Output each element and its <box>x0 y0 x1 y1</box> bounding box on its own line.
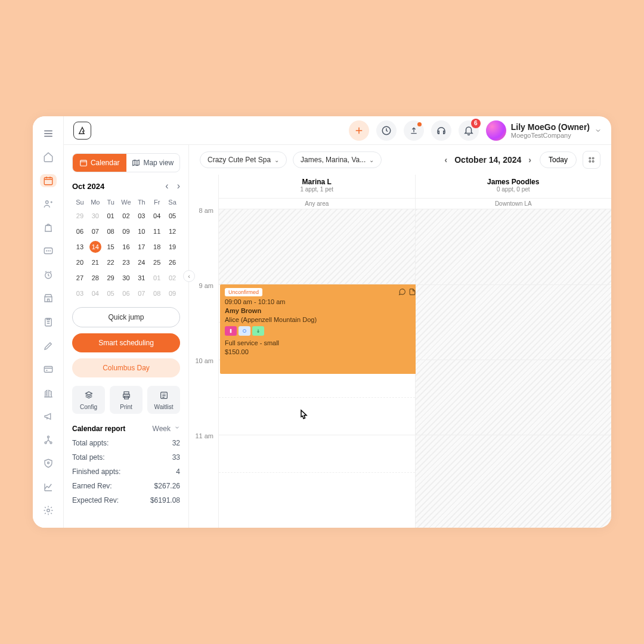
calendar-day[interactable]: 30 <box>88 208 103 224</box>
store-icon[interactable] <box>40 292 57 305</box>
calendar-day[interactable]: 05 <box>103 286 119 301</box>
calendar-day[interactable]: 31 <box>134 270 149 286</box>
calendar-day[interactable]: 19 <box>165 239 180 255</box>
holiday-label[interactable]: Columbus Day <box>72 358 180 377</box>
calendar-day[interactable]: 08 <box>103 224 119 239</box>
smart-scheduling-button[interactable]: Smart scheduling <box>72 333 180 352</box>
calendar-day[interactable]: 29 <box>103 270 119 286</box>
home-icon[interactable] <box>40 151 57 164</box>
date-prev[interactable]: ‹ <box>442 153 450 167</box>
waitlist-button[interactable]: Waitlist <box>147 386 180 414</box>
calendar-day[interactable]: 06 <box>72 224 88 239</box>
calendar-day[interactable]: 24 <box>134 255 149 270</box>
calendar-day[interactable]: 05 <box>165 208 180 224</box>
card-icon[interactable] <box>40 363 57 376</box>
logo[interactable] <box>73 122 91 140</box>
calendar-day[interactable]: 17 <box>134 239 149 255</box>
app-window: 6 Lily MoeGo (Owner) MoegoTestCompany Ca… <box>33 116 611 528</box>
calendar-day[interactable]: 27 <box>72 270 88 286</box>
calendar-day[interactable]: 07 <box>88 224 103 239</box>
svg-point-4 <box>48 251 48 252</box>
bell-icon[interactable]: 6 <box>459 120 479 141</box>
calendar-day[interactable]: 25 <box>149 255 165 270</box>
clock-icon[interactable] <box>40 268 57 281</box>
shield-icon[interactable] <box>40 457 57 470</box>
content-area: Calendar Map view Oct 2024 ‹ › SuMoTuW <box>64 145 611 528</box>
calendar-day[interactable]: 11 <box>149 224 165 239</box>
settings-icon[interactable] <box>583 151 600 169</box>
calendar-day[interactable]: 09 <box>165 286 180 301</box>
calendar-day[interactable]: 02 <box>165 270 180 286</box>
calendar-icon[interactable] <box>40 174 57 187</box>
calendar-day[interactable]: 22 <box>103 255 119 270</box>
staff-column-marina[interactable]: Marina L 1 appt, 1 pet Any area <box>219 175 416 528</box>
calendar-day[interactable]: 15 <box>103 239 119 255</box>
quick-jump-button[interactable]: Quick jump <box>72 307 180 327</box>
appointment-card[interactable]: Unconfirmed 09:00 am - 10:10 am Amy Brow… <box>220 284 420 374</box>
upload-icon[interactable] <box>404 120 424 141</box>
calendar-day[interactable]: 30 <box>119 270 134 286</box>
building-icon[interactable] <box>40 386 57 400</box>
filter-bar: Crazy Cute Pet Spa ⌄ James, Marina, Va..… <box>189 145 611 175</box>
calendar-day[interactable]: 09 <box>119 224 134 239</box>
report-title: Calendar report <box>72 425 125 433</box>
add-button[interactable] <box>349 120 369 141</box>
report-row: Finished appts:4 <box>72 467 180 476</box>
calendar-day[interactable]: 07 <box>134 286 149 301</box>
tab-map[interactable]: Map view <box>126 154 180 172</box>
calendar-day[interactable]: 23 <box>119 255 134 270</box>
calendar-day[interactable]: 29 <box>72 208 88 224</box>
clients-icon[interactable] <box>40 198 57 211</box>
headset-icon[interactable] <box>431 120 451 141</box>
calendar-day[interactable]: 21 <box>88 255 103 270</box>
svg-rect-8 <box>44 367 52 373</box>
tab-calendar[interactable]: Calendar <box>73 154 126 172</box>
calendar-day[interactable]: 02 <box>119 208 134 224</box>
svg-rect-24 <box>230 329 232 333</box>
calendar-day[interactable]: 28 <box>88 270 103 286</box>
svg-point-9 <box>47 436 49 438</box>
calendar-day[interactable]: 12 <box>165 224 180 239</box>
calendar-day[interactable]: 14 <box>88 239 103 255</box>
calendar-day[interactable]: 01 <box>149 270 165 286</box>
calendar-day[interactable]: 20 <box>72 255 88 270</box>
calendar-day[interactable]: 01 <box>103 208 119 224</box>
month-next[interactable]: › <box>177 181 180 191</box>
message-icon[interactable] <box>40 245 57 258</box>
megaphone-icon[interactable] <box>40 410 57 423</box>
staff-select[interactable]: James, Marina, Va... ⌄ <box>293 151 382 168</box>
pencil-icon[interactable] <box>40 339 57 352</box>
date-next[interactable]: › <box>526 153 534 167</box>
calendar-day[interactable]: 26 <box>165 255 180 270</box>
history-icon[interactable] <box>376 120 397 141</box>
calendar-day[interactable]: 10 <box>134 224 149 239</box>
report-period-select[interactable]: Week <box>153 425 180 433</box>
calendar-day[interactable]: 04 <box>88 286 103 301</box>
menu-icon[interactable] <box>40 127 57 140</box>
svg-point-22 <box>589 160 591 162</box>
today-button[interactable]: Today <box>540 151 577 168</box>
collapse-sidebar-button[interactable]: ‹ <box>183 270 195 282</box>
location-select[interactable]: Crazy Cute Pet Spa ⌄ <box>200 151 287 168</box>
gear-icon[interactable] <box>40 504 57 518</box>
calendar-day[interactable]: 06 <box>119 286 134 301</box>
svg-point-12 <box>47 462 49 464</box>
calendar-day[interactable]: 16 <box>119 239 134 255</box>
staff-column-james[interactable]: James Poodles 0 appt, 0 pet Downtown LA <box>416 175 612 528</box>
clipboard-icon[interactable] <box>40 315 57 329</box>
network-icon[interactable] <box>40 434 57 447</box>
calendar-day[interactable]: 13 <box>72 239 88 255</box>
month-prev[interactable]: ‹ <box>165 181 168 191</box>
calendar-day[interactable]: 08 <box>149 286 165 301</box>
calendar-day[interactable]: 03 <box>134 208 149 224</box>
bag-icon[interactable] <box>40 221 57 234</box>
calendar-day[interactable]: 03 <box>72 286 88 301</box>
user-menu[interactable]: Lily MoeGo (Owner) MoegoTestCompany <box>486 120 602 141</box>
config-button[interactable]: Config <box>72 386 105 414</box>
chart-icon[interactable] <box>40 481 57 494</box>
calendar-day[interactable]: 04 <box>149 208 165 224</box>
calendar-day[interactable]: 18 <box>149 239 165 255</box>
user-company: MoegoTestCompany <box>511 132 590 139</box>
print-button[interactable]: Print <box>110 386 143 414</box>
nav-rail <box>33 116 64 528</box>
